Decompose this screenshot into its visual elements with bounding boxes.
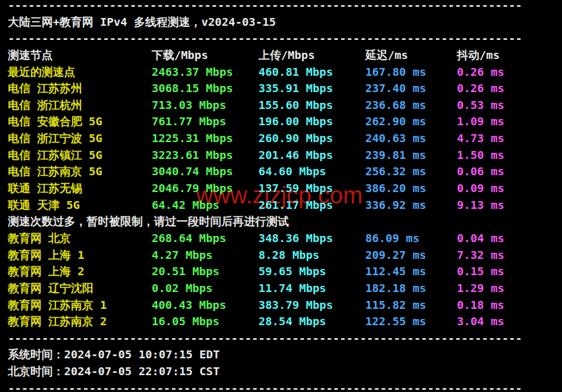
cell-upload: 261.17 Mbps <box>259 197 365 214</box>
cell-download: 3223.61 Mbps <box>152 147 259 164</box>
beijing-time-line: 北京时间：2024-07-05 22:07:15 CST <box>0 363 562 380</box>
cell-upload: 155.60 Mbps <box>259 97 365 114</box>
page-title: 大陆三网+教育网 IPv4 多线程测速，v2024-03-15 <box>0 14 562 31</box>
cell-latency: 236.68 ms <box>365 97 457 114</box>
cell-upload: 201.46 Mbps <box>259 147 365 164</box>
divider-after-title: ----------------------------------------… <box>0 30 562 47</box>
cell-upload: 11.74 Mbps <box>259 280 365 297</box>
cell-node: 电信 江苏苏州 <box>8 80 152 97</box>
cell-node: 教育网 辽宁沈阳 <box>8 280 152 297</box>
cell-latency: 122.55 ms <box>365 313 457 330</box>
cell-latency: 115.82 ms <box>365 297 457 314</box>
cell-node: 电信 江苏南京 5G <box>8 163 152 180</box>
cell-latency: 209.27 ms <box>365 247 457 264</box>
cell-download: 1225.31 Mbps <box>152 130 259 147</box>
table-row: 联通 天津 5G 64.42 Mbps 261.17 Mbps 336.92 m… <box>0 197 562 214</box>
cell-upload: 59.65 Mbps <box>259 263 365 280</box>
beijing-time-label: 北京时间： <box>8 364 64 378</box>
cell-download: 16.05 Mbps <box>152 313 259 330</box>
cell-download: 3040.74 Mbps <box>152 163 259 180</box>
cell-latency: 239.81 ms <box>365 147 457 164</box>
table-row: 电信 浙江宁波 5G 1225.31 Mbps 260.90 Mbps 240.… <box>0 130 562 147</box>
table-row: 教育网 北京 268.64 Mbps 348.36 Mbps 86.09 ms … <box>0 230 562 247</box>
cell-latency: 86.09 ms <box>365 230 457 247</box>
table-row: 教育网 辽宁沈阳 0.02 Mbps 11.74 Mbps 182.18 ms … <box>0 280 562 297</box>
cell-node: 电信 浙江宁波 5G <box>8 130 152 147</box>
cell-jitter: 0.53 ms <box>457 97 562 114</box>
system-time-label: 系统时间： <box>8 348 64 361</box>
table-row: 最近的测速点 2463.37 Mbps 460.81 Mbps 167.80 m… <box>0 64 562 81</box>
cell-jitter: 0.04 ms <box>457 230 562 247</box>
cell-upload: 335.91 Mbps <box>259 80 365 97</box>
cell-jitter: 0.26 ms <box>457 64 562 81</box>
cell-jitter: 9.13 ms <box>457 197 562 214</box>
cell-latency: 167.80 ms <box>365 64 457 81</box>
cell-upload: 64.60 Mbps <box>259 163 365 180</box>
cell-jitter: 0.18 ms <box>457 297 562 314</box>
cell-upload: 460.81 Mbps <box>259 64 365 81</box>
cell-latency: 256.32 ms <box>365 163 457 180</box>
cell-upload: 348.36 Mbps <box>259 230 365 247</box>
header-upload: 上传/Mbps <box>259 47 365 64</box>
rate-limit-notice: 测速次数过多，暂时被限制，请过一段时间后再进行测试 <box>0 213 562 230</box>
cell-node: 最近的测速点 <box>8 64 152 81</box>
divider-bottom: ----------------------------------------… <box>0 380 562 392</box>
beijing-time-value: 2024-07-05 22:07:15 CST <box>64 364 220 378</box>
cell-upload: 383.79 Mbps <box>259 297 365 314</box>
cell-download: 20.51 Mbps <box>152 263 259 280</box>
cell-download: 2046.79 Mbps <box>152 180 259 197</box>
cell-jitter: 0.06 ms <box>457 163 562 180</box>
cell-download: 268.64 Mbps <box>152 230 259 247</box>
terminal-window: www.zjzjcp.com -------------------------… <box>0 0 562 392</box>
cell-latency: 112.45 ms <box>365 263 457 280</box>
cell-download: 761.77 Mbps <box>152 113 259 130</box>
cell-download: 3068.15 Mbps <box>152 80 259 97</box>
cell-upload: 8.28 Mbps <box>259 247 365 264</box>
header-jitter: 抖动/ms <box>457 47 562 64</box>
table-header-row: 测速节点 下载/Mbps 上传/Mbps 延迟/ms 抖动/ms <box>0 47 562 64</box>
cell-download: 4.27 Mbps <box>152 247 259 264</box>
cell-download: 0.02 Mbps <box>152 280 259 297</box>
cell-jitter: 0.09 ms <box>457 180 562 197</box>
terminal-screen: ----------------------------------------… <box>0 0 562 392</box>
cell-download: 2463.37 Mbps <box>152 64 259 81</box>
table-row: 教育网 江苏南京 2 16.05 Mbps 28.54 Mbps 122.55 … <box>0 313 562 330</box>
cell-latency: 386.20 ms <box>365 180 457 197</box>
cell-node: 电信 浙江杭州 <box>8 97 152 114</box>
cell-download: 400.43 Mbps <box>152 297 259 314</box>
cell-latency: 262.90 ms <box>365 113 457 130</box>
table-row: 电信 安徽合肥 5G 761.77 Mbps 196.00 Mbps 262.9… <box>0 113 562 130</box>
cell-latency: 240.63 ms <box>365 130 457 147</box>
table-row: 电信 江苏苏州 3068.15 Mbps 335.91 Mbps 237.40 … <box>0 80 562 97</box>
cell-download: 713.03 Mbps <box>152 97 259 114</box>
cell-jitter: 1.29 ms <box>457 280 562 297</box>
table-row: 电信 浙江杭州 713.03 Mbps 155.60 Mbps 236.68 m… <box>0 97 562 114</box>
cell-node: 教育网 上海 1 <box>8 247 152 264</box>
cell-node: 教育网 江苏南京 1 <box>8 297 152 314</box>
header-download: 下载/Mbps <box>152 47 259 64</box>
cell-upload: 260.90 Mbps <box>259 130 365 147</box>
cell-jitter: 4.73 ms <box>457 130 562 147</box>
table-row: 电信 江苏镇江 5G 3223.61 Mbps 201.46 Mbps 239.… <box>0 147 562 164</box>
cell-node: 教育网 北京 <box>8 230 152 247</box>
cell-download: 64.42 Mbps <box>152 197 259 214</box>
cell-node: 教育网 上海 2 <box>8 263 152 280</box>
cell-latency: 182.18 ms <box>365 280 457 297</box>
cell-node: 电信 江苏镇江 5G <box>8 147 152 164</box>
cell-upload: 137.59 Mbps <box>259 180 365 197</box>
cell-jitter: 0.26 ms <box>457 80 562 97</box>
cell-jitter: 0.15 ms <box>457 263 562 280</box>
cell-jitter: 1.09 ms <box>457 113 562 130</box>
cell-jitter: 1.50 ms <box>457 147 562 164</box>
cell-latency: 336.92 ms <box>365 197 457 214</box>
cell-node: 联通 天津 5G <box>8 197 152 214</box>
cell-jitter: 3.04 ms <box>457 313 562 330</box>
cell-node: 电信 安徽合肥 5G <box>8 113 152 130</box>
system-time-line: 系统时间：2024-07-05 10:07:15 EDT <box>0 347 562 363</box>
header-latency: 延迟/ms <box>365 47 457 64</box>
divider-before-footer: ----------------------------------------… <box>0 330 562 347</box>
table-row: 电信 江苏南京 5G 3040.74 Mbps 64.60 Mbps 256.3… <box>0 163 562 180</box>
cell-node: 联通 江苏无锡 <box>8 180 152 197</box>
cell-jitter: 7.32 ms <box>457 247 562 264</box>
table-row: 联通 江苏无锡 2046.79 Mbps 137.59 Mbps 386.20 … <box>0 180 562 197</box>
